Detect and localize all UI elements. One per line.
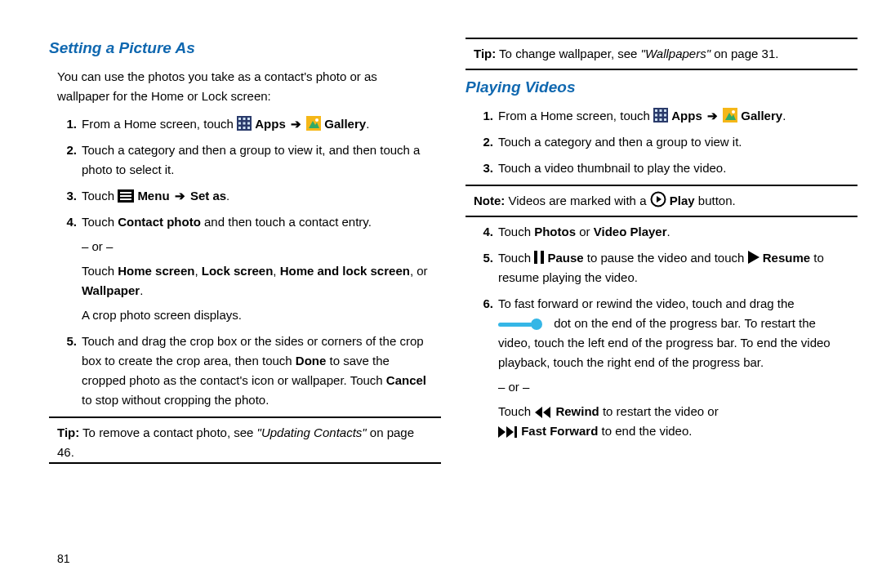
svg-rect-19 <box>660 109 662 112</box>
right-column: Tip: To change wallpaper, see "Wallpaper… <box>466 33 858 469</box>
fast-forward-label: Fast Forward <box>521 424 598 438</box>
pause-icon <box>534 251 544 264</box>
step-text: Touch Home screen, Lock screen, Home and… <box>82 261 433 301</box>
step-body: Touch a category and then a group to vie… <box>498 132 849 152</box>
step-number: 1. <box>474 106 493 126</box>
step-number: 3. <box>474 158 493 178</box>
step-number: 4. <box>57 212 77 325</box>
svg-rect-14 <box>120 192 131 194</box>
tip-text: To change wallpaper, see <box>496 47 640 60</box>
arrow-icon: ➔ <box>175 186 185 206</box>
svg-rect-1 <box>238 118 241 120</box>
svg-point-29 <box>732 110 735 114</box>
setas-label: Set as <box>190 189 226 203</box>
svg-rect-8 <box>243 127 246 129</box>
step-text: To fast forward or rewind the video, tou… <box>498 296 795 310</box>
svg-marker-31 <box>657 196 662 203</box>
arrow-icon: ➔ <box>291 114 301 134</box>
svg-rect-2 <box>243 118 246 120</box>
svg-rect-21 <box>655 114 657 117</box>
step-text: Touch <box>498 404 534 418</box>
menu-label: Menu <box>137 189 169 203</box>
tip-label: Tip: <box>474 47 496 60</box>
svg-rect-25 <box>660 118 662 121</box>
step-text: to pause the video and touch <box>584 251 748 265</box>
gallery-icon <box>723 108 737 122</box>
svg-rect-6 <box>247 122 250 125</box>
step-text: Touch <box>82 189 118 203</box>
play-circle-icon <box>650 191 666 207</box>
divider <box>466 38 858 39</box>
svg-rect-5 <box>243 122 246 125</box>
svg-rect-16 <box>120 198 131 200</box>
menu-icon <box>118 189 134 203</box>
period: . <box>226 189 229 203</box>
step-text: From a Home screen, touch <box>498 109 653 122</box>
tip-text: To remove a contact photo, see <box>79 425 256 439</box>
resume-label: Resume <box>763 251 810 265</box>
period: . <box>366 117 369 131</box>
section-title-playing-videos: Playing Videos <box>466 75 858 100</box>
step-text: to restart the video or <box>599 404 719 418</box>
svg-rect-7 <box>238 127 241 129</box>
intro-text: You can use the photos you take as a con… <box>57 67 433 106</box>
steps-list-right-a: 1. From a Home screen, touch Apps ➔ Gall… <box>474 106 849 178</box>
or-separator: – or – <box>82 237 433 256</box>
rewind-icon <box>534 407 552 418</box>
contact-photo-label: Contact photo <box>118 215 201 229</box>
step-number: 2. <box>474 132 493 152</box>
comma: , <box>194 264 201 278</box>
step-text: or <box>576 225 594 238</box>
video-player-label: Video Player <box>594 225 667 238</box>
step-body: Touch a video thumbnail to play the vide… <box>498 158 849 178</box>
fast-forward-icon <box>498 426 518 438</box>
apps-label: Apps <box>671 109 702 122</box>
option-label: Home and lock screen <box>280 264 410 278</box>
cancel-label: Cancel <box>386 373 426 387</box>
svg-rect-9 <box>247 127 250 129</box>
divider <box>466 185 858 186</box>
option-label: Home screen <box>118 264 194 278</box>
svg-rect-23 <box>664 114 666 117</box>
step-text: , or <box>410 264 428 278</box>
step-text: dot on the end of the progress bar. To r… <box>498 316 831 369</box>
note-block: Note: Videos are marked with a Play butt… <box>474 191 849 211</box>
period: . <box>140 283 143 297</box>
done-label: Done <box>296 354 327 368</box>
gallery-icon <box>306 116 321 131</box>
step-number: 2. <box>57 140 77 180</box>
pause-label: Pause <box>547 251 583 265</box>
svg-rect-24 <box>655 118 657 121</box>
divider <box>466 69 858 70</box>
step-body: Touch Contact photo and then touch a con… <box>82 212 433 325</box>
apps-label: Apps <box>255 117 286 131</box>
tip-reference: "Wallpapers" <box>641 47 710 60</box>
step-number: 6. <box>474 294 493 441</box>
step-body: To fast forward or rewind the video, tou… <box>498 294 849 441</box>
rewind-label: Rewind <box>555 404 599 418</box>
svg-rect-4 <box>238 122 241 125</box>
svg-rect-15 <box>120 195 131 197</box>
option-label: Lock screen <box>202 264 274 278</box>
divider <box>49 416 441 418</box>
note-text: button. <box>695 194 736 207</box>
period: . <box>667 225 670 238</box>
tip-label: Tip: <box>57 425 79 439</box>
svg-marker-33 <box>543 407 550 418</box>
step-number: 4. <box>474 222 493 242</box>
step-text: Touch Rewind to restart the video or Fas… <box>498 402 849 441</box>
tip-block: Tip: To remove a contact photo, see "Upd… <box>57 423 433 462</box>
play-triangle-icon <box>748 251 760 264</box>
page-number: 81 <box>57 552 70 565</box>
steps-list-right-b: 4. Touch Photos or Video Player. 5. Touc… <box>474 222 849 441</box>
step-text: to end the video. <box>598 424 692 438</box>
step-body: Touch Menu ➔ Set as. <box>82 186 433 206</box>
divider <box>49 462 441 464</box>
step-number: 1. <box>57 114 77 134</box>
step-number: 5. <box>474 248 493 287</box>
arrow-icon: ➔ <box>707 106 718 126</box>
step-body: From a Home screen, touch Apps ➔ Gallery… <box>498 106 849 126</box>
svg-rect-20 <box>664 109 666 112</box>
svg-rect-26 <box>664 118 666 121</box>
gallery-label: Gallery <box>741 109 782 122</box>
